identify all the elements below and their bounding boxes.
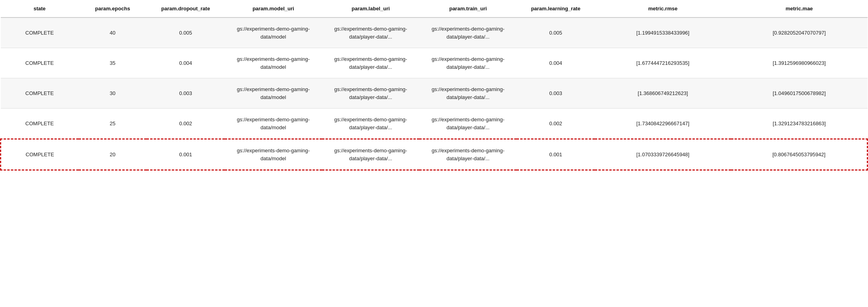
header-dropout-rate: param.dropout_rate bbox=[147, 0, 224, 17]
cell-rmse: [1.7340842296667147] bbox=[595, 109, 731, 139]
table-header-row: state param.epochs param.dropout_rate pa… bbox=[1, 0, 868, 17]
cell-state: COMPLETE bbox=[1, 109, 79, 139]
cell-train-uri: gs://experiments-demo-gaming-data/player… bbox=[419, 17, 517, 48]
cell-label-uri: gs://experiments-demo-gaming-data/player… bbox=[322, 139, 419, 170]
cell-train-uri: gs://experiments-demo-gaming-data/player… bbox=[419, 109, 517, 139]
header-model-uri: param.model_uri bbox=[225, 0, 322, 17]
header-epochs: param.epochs bbox=[79, 0, 147, 17]
cell-state: COMPLETE bbox=[1, 48, 79, 78]
cell-train-uri: gs://experiments-demo-gaming-data/player… bbox=[419, 48, 517, 78]
cell-model-uri: gs://experiments-demo-gaming-data/model bbox=[225, 78, 322, 109]
cell-train-uri: gs://experiments-demo-gaming-data/player… bbox=[419, 78, 517, 109]
cell-epochs: 20 bbox=[79, 139, 147, 170]
cell-mae: [1.3291234783216863] bbox=[731, 109, 867, 139]
table-row[interactable]: COMPLETE300.003gs://experiments-demo-gam… bbox=[1, 78, 868, 109]
cell-epochs: 40 bbox=[79, 17, 147, 48]
cell-label-uri: gs://experiments-demo-gaming-data/player… bbox=[322, 48, 419, 78]
cell-dropout-rate: 0.005 bbox=[147, 17, 224, 48]
main-table-container: state param.epochs param.dropout_rate pa… bbox=[0, 0, 868, 307]
cell-mae: [0.9282052047070797] bbox=[731, 17, 867, 48]
cell-rmse: [1.6774447216293535] bbox=[595, 48, 731, 78]
cell-rmse: [1.368606749212623] bbox=[595, 78, 731, 109]
cell-learning-rate: 0.002 bbox=[517, 109, 594, 139]
cell-dropout-rate: 0.003 bbox=[147, 78, 224, 109]
header-mae: metric.mae bbox=[731, 0, 867, 17]
cell-label-uri: gs://experiments-demo-gaming-data/player… bbox=[322, 17, 419, 48]
cell-label-uri: gs://experiments-demo-gaming-data/player… bbox=[322, 78, 419, 109]
cell-learning-rate: 0.004 bbox=[517, 48, 594, 78]
cell-epochs: 35 bbox=[79, 48, 147, 78]
cell-mae: [1.3912596980966023] bbox=[731, 48, 867, 78]
cell-dropout-rate: 0.001 bbox=[147, 139, 224, 170]
cell-learning-rate: 0.003 bbox=[517, 78, 594, 109]
cell-mae: [1.0496017500678982] bbox=[731, 78, 867, 109]
cell-train-uri: gs://experiments-demo-gaming-data/player… bbox=[419, 139, 517, 170]
header-state: state bbox=[1, 0, 79, 17]
cell-rmse: [1.0703339726645948] bbox=[595, 139, 731, 170]
table-row[interactable]: COMPLETE350.004gs://experiments-demo-gam… bbox=[1, 48, 868, 78]
cell-rmse: [1.1994915338433996] bbox=[595, 17, 731, 48]
cell-model-uri: gs://experiments-demo-gaming-data/model bbox=[225, 109, 322, 139]
cell-dropout-rate: 0.004 bbox=[147, 48, 224, 78]
cell-model-uri: gs://experiments-demo-gaming-data/model bbox=[225, 139, 322, 170]
cell-state: COMPLETE bbox=[1, 17, 79, 48]
cell-label-uri: gs://experiments-demo-gaming-data/player… bbox=[322, 109, 419, 139]
table-row[interactable]: COMPLETE200.001gs://experiments-demo-gam… bbox=[1, 139, 868, 170]
cell-learning-rate: 0.001 bbox=[517, 139, 594, 170]
table-row[interactable]: COMPLETE400.005gs://experiments-demo-gam… bbox=[1, 17, 868, 48]
header-learning-rate: param.learning_rate bbox=[517, 0, 594, 17]
cell-model-uri: gs://experiments-demo-gaming-data/model bbox=[225, 17, 322, 48]
table-row[interactable]: COMPLETE250.002gs://experiments-demo-gam… bbox=[1, 109, 868, 139]
cell-state: COMPLETE bbox=[1, 78, 79, 109]
cell-state: COMPLETE bbox=[1, 139, 79, 170]
cell-learning-rate: 0.005 bbox=[517, 17, 594, 48]
cell-dropout-rate: 0.002 bbox=[147, 109, 224, 139]
cell-epochs: 25 bbox=[79, 109, 147, 139]
header-train-uri: param.train_uri bbox=[419, 0, 517, 17]
cell-epochs: 30 bbox=[79, 78, 147, 109]
header-label-uri: param.label_uri bbox=[322, 0, 419, 17]
cell-mae: [0.8067645053795942] bbox=[731, 139, 867, 170]
experiments-table: state param.epochs param.dropout_rate pa… bbox=[0, 0, 868, 171]
cell-model-uri: gs://experiments-demo-gaming-data/model bbox=[225, 48, 322, 78]
header-rmse: metric.rmse bbox=[595, 0, 731, 17]
